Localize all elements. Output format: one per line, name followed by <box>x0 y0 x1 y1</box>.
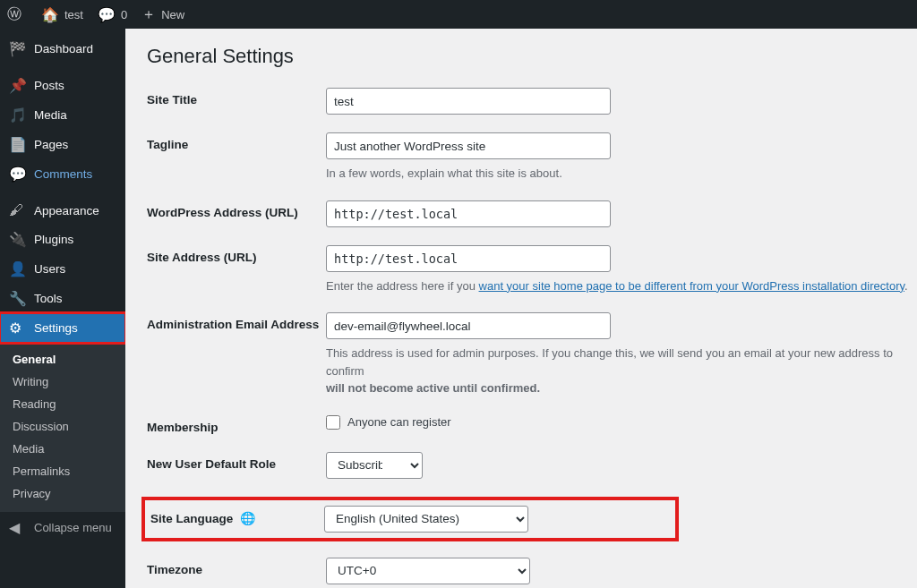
tz-label: Timezone <box>147 558 326 576</box>
sidebar-label-plugins: Plugins <box>34 233 73 246</box>
site-url-desc-post: . <box>904 279 908 293</box>
tagline-label: Tagline <box>147 132 326 151</box>
lang-label: Site Language <box>150 512 233 525</box>
site-url-desc: Enter the address here if you want your … <box>326 277 913 295</box>
sidebar-item-dashboard[interactable]: 🏁 Dashboard <box>0 34 125 64</box>
submenu-media[interactable]: Media <box>0 438 125 460</box>
sidebar-item-media[interactable]: 🎵 Media <box>0 100 125 130</box>
sidebar-label-comments: Comments <box>34 167 92 181</box>
site-url-desc-pre: Enter the address here if you <box>326 279 479 293</box>
site-home-link[interactable]: 🏠 test <box>41 6 83 23</box>
membership-label: Membership <box>147 415 326 434</box>
comments-link[interactable]: 💬 0 <box>98 6 127 23</box>
comments-count: 0 <box>121 8 127 21</box>
tagline-input[interactable] <box>326 132 611 159</box>
comment-icon: 💬 <box>9 166 27 183</box>
wrench-icon: 🔧 <box>9 290 27 307</box>
new-content-link[interactable]: ＋ New <box>141 5 184 24</box>
tagline-desc: In a few words, explain what this site i… <box>326 165 913 183</box>
admin-sidebar: 🏁 Dashboard 📌 Posts 🎵 Media 📄 Pages 💬 Co… <box>0 29 125 588</box>
sidebar-label-users: Users <box>34 262 65 276</box>
submenu-privacy[interactable]: Privacy <box>0 482 125 505</box>
new-label: New <box>161 8 184 21</box>
sidebar-item-tools[interactable]: 🔧 Tools <box>0 284 125 313</box>
timezone-select[interactable]: UTC+0 <box>326 558 530 584</box>
sidebar-label-dashboard: Dashboard <box>34 42 93 55</box>
submenu-discussion[interactable]: Discussion <box>0 415 125 438</box>
sliders-icon: ⚙ <box>9 320 27 337</box>
plus-icon: ＋ <box>141 5 156 24</box>
sidebar-label-settings: Settings <box>34 321 78 335</box>
collapse-label: Collapse menu <box>34 521 112 534</box>
home-icon: 🏠 <box>41 6 59 23</box>
lang-label-wrap: Site Language 🌐 <box>145 506 324 525</box>
collapse-menu[interactable]: ◀ Collapse menu <box>0 512 125 543</box>
sidebar-label-posts: Posts <box>34 79 64 92</box>
site-language-highlight: Site Language 🌐 English (United States) <box>141 497 679 541</box>
sidebar-item-appearance[interactable]: 🖌 Appearance <box>0 196 125 225</box>
admin-email-label: Administration Email Address <box>147 312 326 331</box>
sidebar-item-comments[interactable]: 💬 Comments <box>0 159 125 189</box>
site-url-input[interactable] <box>326 245 611 272</box>
admin-email-desc: This address is used for admin purposes.… <box>326 345 913 397</box>
membership-checkbox[interactable] <box>326 415 340 430</box>
wordpress-icon: ⓦ <box>7 5 21 24</box>
site-title-label: Site Title <box>147 88 326 107</box>
admin-toolbar: ⓦ 🏠 test 💬 0 ＋ New <box>0 0 917 29</box>
sidebar-label-pages: Pages <box>34 138 68 151</box>
site-title-input[interactable] <box>326 88 611 115</box>
comment-icon: 💬 <box>98 6 116 23</box>
admin-email-input[interactable] <box>326 312 611 339</box>
site-name: test <box>64 8 83 21</box>
page-title: General Settings <box>147 45 913 68</box>
wp-logo[interactable]: ⓦ <box>7 5 27 24</box>
sidebar-item-posts[interactable]: 📌 Posts <box>0 71 125 100</box>
submenu-permalinks[interactable]: Permalinks <box>0 460 125 482</box>
sidebar-item-pages[interactable]: 📄 Pages <box>0 130 125 159</box>
site-url-label: Site Address (URL) <box>147 245 326 264</box>
settings-submenu: General Writing Reading Discussion Media… <box>0 343 125 512</box>
sidebar-label-media: Media <box>34 108 67 122</box>
site-url-desc-link[interactable]: want your site home page to be different… <box>479 279 904 293</box>
membership-chk-label: Anyone can register <box>347 415 451 429</box>
plug-icon: 🔌 <box>9 231 27 248</box>
sidebar-label-tools: Tools <box>34 292 63 305</box>
wp-url-input[interactable] <box>326 200 611 227</box>
submenu-general[interactable]: General <box>0 348 125 371</box>
translate-icon: 🌐 <box>240 511 255 525</box>
wp-url-label: WordPress Address (URL) <box>147 200 326 219</box>
admin-email-desc-strong: will not become active until confirmed. <box>326 381 540 395</box>
settings-general-content: General Settings Site Title Tagline In a… <box>125 29 917 588</box>
submenu-reading[interactable]: Reading <box>0 393 125 415</box>
collapse-icon: ◀ <box>9 519 27 536</box>
role-select[interactable]: Subscriber <box>326 452 423 479</box>
pin-icon: 📌 <box>9 77 27 94</box>
admin-email-desc-pre: This address is used for admin purposes.… <box>326 346 893 378</box>
brush-icon: 🖌 <box>9 202 27 218</box>
sidebar-item-users[interactable]: 👤 Users <box>0 254 125 284</box>
sidebar-item-plugins[interactable]: 🔌 Plugins <box>0 225 125 254</box>
user-icon: 👤 <box>9 260 27 277</box>
page-icon: 📄 <box>9 136 27 153</box>
sidebar-label-appearance: Appearance <box>34 204 99 217</box>
site-language-select[interactable]: English (United States) <box>324 506 528 533</box>
dashboard-icon: 🏁 <box>9 40 27 57</box>
role-label: New User Default Role <box>147 452 326 471</box>
submenu-writing[interactable]: Writing <box>0 371 125 393</box>
sidebar-item-settings[interactable]: ⚙ Settings <box>0 313 125 343</box>
media-icon: 🎵 <box>9 107 27 124</box>
